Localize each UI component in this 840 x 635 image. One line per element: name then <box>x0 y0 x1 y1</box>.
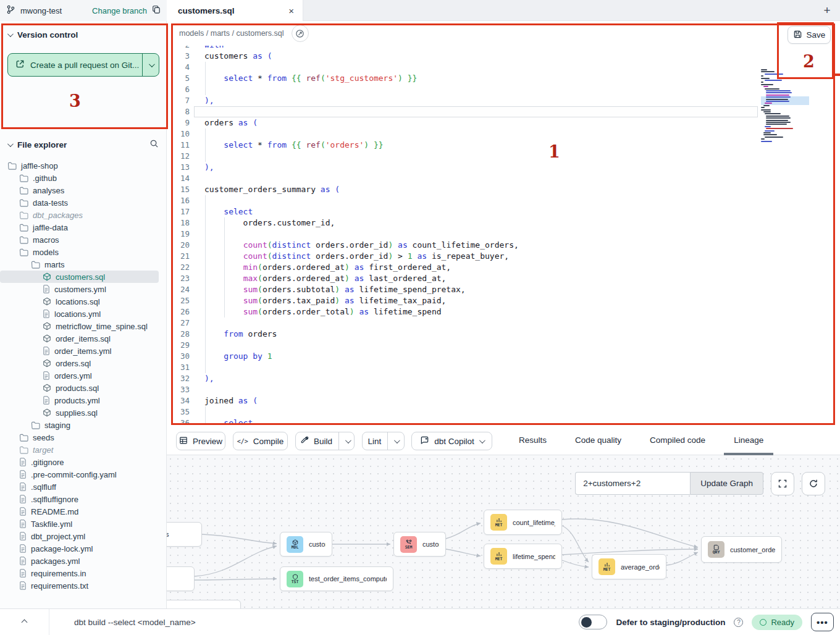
lineage-node-stg_customers[interactable]: MDLstg_customers <box>167 522 202 547</box>
update-graph-button[interactable]: Update Graph <box>690 472 763 495</box>
fullscreen-button[interactable] <box>771 472 794 495</box>
file-name: packages.yml <box>31 557 80 566</box>
file-name: requirements.in <box>31 569 86 578</box>
file-name: jaffle-shop <box>21 161 58 170</box>
editor-minimap[interactable] <box>761 69 813 149</box>
tab-results[interactable]: Results <box>516 425 549 455</box>
file-item-target[interactable]: target <box>0 444 159 456</box>
folder-icon <box>31 261 40 269</box>
file-item-locations.sql[interactable]: locations.sql <box>0 295 159 308</box>
create-pull-request-button[interactable]: Create a pull request on Git... <box>7 53 159 77</box>
file-item-.pre-commit-config.yaml[interactable]: .pre-commit-config.yaml <box>0 468 159 481</box>
file-item-README.md[interactable]: README.md <box>0 505 159 518</box>
preview-button[interactable]: Preview <box>176 432 225 450</box>
refresh-button[interactable] <box>802 472 825 495</box>
lineage-selector-input[interactable] <box>575 472 690 495</box>
tab-lineage[interactable]: Lineage <box>731 425 766 455</box>
dbt-copilot-button[interactable]: dbt Copilot <box>411 432 492 450</box>
file-name: jaffle-data <box>33 223 68 232</box>
tab-compiled-code[interactable]: Compiled code <box>647 425 708 455</box>
file-item-supplies.sql[interactable]: supplies.sql <box>0 406 159 419</box>
file-item-jaffle-data[interactable]: jaffle-data <box>0 221 159 233</box>
new-tab-button[interactable]: + <box>819 2 835 19</box>
file-name: macros <box>33 235 59 245</box>
file-item-products.sql[interactable]: products.sql <box>0 382 159 394</box>
file-item-metricflow_time_spine.sql[interactable]: metricflow_time_spine.sql <box>0 320 159 332</box>
file-item-Taskfile.yml[interactable]: Taskfile.yml <box>0 518 159 530</box>
code-line: 10 <box>167 128 840 140</box>
lineage-node-test_order_items_compute_to_bools...[interactable]: TSTtest_order_items_compute_to_bools... <box>280 566 393 591</box>
file-item-orders.yml[interactable]: orders.yml <box>0 369 159 382</box>
lineage-node-customers[interactable]: MDLcustomers <box>280 532 332 557</box>
file-item-requirements.in[interactable]: requirements.in <box>0 567 159 579</box>
tab-code-quality[interactable]: Code quality <box>573 425 624 455</box>
file-explorer-header[interactable]: File explorer <box>7 139 159 150</box>
file-item-order_items.yml[interactable]: order_items.yml <box>0 345 159 357</box>
lint-dropdown-chevron[interactable] <box>387 432 405 450</box>
defer-toggle[interactable] <box>579 615 607 629</box>
save-button[interactable]: Save <box>788 26 831 44</box>
build-dropdown-chevron[interactable] <box>338 432 356 450</box>
code-line: 13), <box>167 162 840 173</box>
file-item-.github[interactable]: .github <box>0 172 159 184</box>
file-item-staging[interactable]: staging <box>0 419 159 431</box>
file-icon <box>43 309 50 318</box>
file-item-customers.sql[interactable]: customers.sql <box>0 271 159 283</box>
file-item-analyses[interactable]: analyses <box>0 184 159 196</box>
code-editor[interactable]: 2with3customers as (45 select * from {{ … <box>167 46 840 426</box>
folder-icon <box>19 434 28 442</box>
file-item-.sqlfluffignore[interactable]: .sqlfluffignore <box>0 493 159 505</box>
command-input[interactable] <box>74 618 420 627</box>
folder-icon <box>19 236 28 244</box>
file-item-package-lock.yml[interactable]: package-lock.yml <box>0 542 159 555</box>
change-branch-link[interactable]: Change branch <box>92 6 147 15</box>
file-item-seeds[interactable]: seeds <box>0 431 159 444</box>
file-item-macros[interactable]: macros <box>0 233 159 246</box>
pr-dropdown-chevron[interactable] <box>142 54 159 76</box>
file-item-.sqlfluff[interactable]: .sqlfluff <box>0 481 159 493</box>
build-button[interactable]: Build <box>295 432 355 450</box>
model-icon <box>43 408 51 417</box>
code-line: 6 <box>167 84 840 95</box>
file-item-customers.yml[interactable]: customers.yml <box>0 283 159 295</box>
code-line: 17 select <box>167 206 840 217</box>
file-item-packages.yml[interactable]: packages.yml <box>0 555 159 567</box>
file-item-dbt_project.yml[interactable]: dbt_project.yml <box>0 530 159 542</box>
lineage-node-orders[interactable]: MDLorders <box>167 566 195 591</box>
more-options-button[interactable]: ••• <box>811 613 834 631</box>
file-item-locations.yml[interactable]: locations.yml <box>0 308 159 320</box>
file-item-.gitignore[interactable]: .gitignore <box>0 456 159 468</box>
git-branch-icon <box>6 5 15 17</box>
lineage-node-customers[interactable]: SEMcustomers <box>393 532 446 557</box>
lint-button[interactable]: Lint <box>362 432 405 450</box>
lineage-node-average_order_value[interactable]: METaverage_order_value <box>592 554 666 579</box>
copy-icon[interactable] <box>152 5 161 16</box>
help-icon[interactable]: ? <box>734 618 743 627</box>
lineage-node-partial[interactable] <box>167 600 241 608</box>
file-item-marts[interactable]: marts <box>0 258 159 271</box>
command-bar-collapse[interactable] <box>0 609 49 635</box>
code-line: 28 from orders <box>167 329 840 340</box>
file-item-products.yml[interactable]: products.yml <box>0 394 159 406</box>
file-item-dbt_packages[interactable]: dbt_packages <box>0 209 159 221</box>
file-item-order_items.sql[interactable]: order_items.sql <box>0 332 159 345</box>
compile-button[interactable]: </> Compile <box>233 432 288 450</box>
lineage-lens-icon[interactable] <box>292 25 309 42</box>
lineage-node-count_lifetime_orders[interactable]: METcount_lifetime_orders <box>484 510 562 535</box>
node-label: customer_order_metrics <box>730 546 775 553</box>
version-control-header[interactable]: Version control <box>7 30 159 40</box>
code-line: 9orders as ( <box>167 117 840 128</box>
close-icon[interactable]: × <box>288 6 294 15</box>
lineage-node-customer_order_metrics[interactable]: QRYcustomer_order_metrics <box>701 536 782 563</box>
lineage-node-lifetime_spend_pretax[interactable]: METlifetime_spend_pretax <box>484 544 562 569</box>
file-item-jaffle-shop[interactable]: jaffle-shop <box>0 159 159 172</box>
file-item-models[interactable]: models <box>0 246 159 258</box>
file-item-data-tests[interactable]: data-tests <box>0 196 159 209</box>
editor-tab-customers-sql[interactable]: customers.sql × <box>167 0 303 21</box>
file-item-orders.sql[interactable]: orders.sql <box>0 357 159 369</box>
search-icon[interactable] <box>149 139 159 150</box>
tab-title: customers.sql <box>178 6 235 15</box>
file-icon <box>19 470 27 479</box>
file-icon <box>43 285 50 293</box>
file-item-requirements.txt[interactable]: requirements.txt <box>0 579 159 592</box>
